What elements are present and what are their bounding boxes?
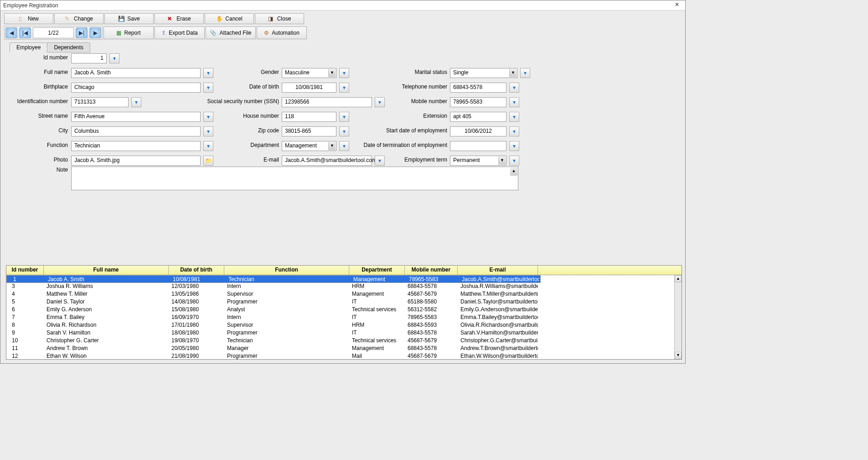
cell-dob: 14/08/1980 — [169, 298, 224, 306]
termend-input[interactable] — [450, 141, 506, 151]
note-textarea[interactable]: ▲ — [71, 167, 518, 190]
report-button[interactable]: ▦Report — [103, 26, 154, 39]
filter-marital-button[interactable]: ▾ — [520, 68, 530, 78]
table-row[interactable]: 5Daniel S. Taylor14/08/1980ProgrammerIT6… — [6, 298, 682, 306]
save-button[interactable]: 💾Save — [104, 13, 154, 24]
table-row[interactable]: 12Ethan W. Wilson21/08/1990ProgrammerMai… — [6, 353, 682, 360]
filter-zip-button[interactable]: ▾ — [339, 126, 349, 136]
funnel-icon: ▾ — [513, 99, 516, 105]
label-tel: Telephone number — [383, 84, 447, 90]
nav-prev-button[interactable]: |◀ — [19, 27, 31, 38]
filter-start-button[interactable]: ▾ — [509, 126, 519, 136]
grid-scrollbar[interactable]: ▲ ▼ — [674, 275, 682, 359]
street-input[interactable]: Fifth Avenue — [71, 112, 201, 122]
cell-dob: 13/05/1986 — [169, 291, 224, 298]
titlebar: Employee Registration ✕ — [0, 0, 685, 10]
erase-button[interactable]: ✖Erase — [155, 13, 204, 24]
filter-city-button[interactable]: ▾ — [203, 126, 213, 136]
col-name[interactable]: Full name — [44, 266, 169, 275]
id-input[interactable]: 1 — [71, 53, 107, 63]
automation-button[interactable]: ⚙Automation — [257, 26, 307, 39]
nav-next-button[interactable]: ▶| — [76, 27, 88, 38]
filter-function-button[interactable]: ▾ — [203, 141, 213, 151]
dob-input[interactable]: 10/08/1981 — [282, 83, 336, 93]
table-row[interactable]: 11Andrew T. Brown20/05/1980ManagerManage… — [6, 345, 682, 353]
mob-input[interactable]: 78965-5583 — [450, 97, 506, 107]
department-select[interactable]: Management▼ — [282, 141, 336, 151]
filter-dept-button[interactable]: ▾ — [339, 141, 349, 151]
cell-mob: 45687-5679 — [405, 291, 458, 298]
city-input[interactable]: Columbus — [71, 126, 201, 136]
scroll-up-icon[interactable]: ▲ — [675, 275, 682, 282]
filter-term-button[interactable]: ▾ — [509, 156, 519, 166]
cell-dept: IT — [349, 298, 405, 306]
col-func[interactable]: Function — [224, 266, 349, 275]
col-mob[interactable]: Mobile number — [405, 266, 458, 275]
table-row[interactable]: 6Emily G. Anderson15/08/1980AnalystTechn… — [6, 306, 682, 314]
table-row[interactable]: 1Jacob A. Smith10/08/1981TechnicianManag… — [6, 275, 541, 283]
email-input[interactable]: Jacob.A.Smith@smartbuildertool.com — [282, 156, 372, 166]
nav-first-button[interactable]: ◀ — [5, 27, 17, 38]
marital-select[interactable]: Single▼ — [450, 68, 517, 78]
filter-idnum-button[interactable]: ▾ — [131, 97, 141, 107]
idnum-input[interactable]: 7131313 — [71, 97, 129, 107]
tel-input[interactable]: 68843-5578 — [450, 83, 506, 93]
filter-tel-button[interactable]: ▾ — [509, 83, 519, 93]
export-button[interactable]: ⇪Export Data — [155, 26, 205, 39]
house-input[interactable]: 118 — [282, 112, 336, 122]
table-row[interactable]: 8Olivia R. Richardson17/01/1980Superviso… — [6, 322, 682, 329]
close-button[interactable]: ◨Close — [255, 13, 304, 24]
browse-photo-button[interactable]: 📁 — [203, 156, 213, 166]
document-icon: ▯ — [19, 16, 25, 22]
filter-email-button[interactable]: ▾ — [375, 156, 385, 166]
new-button[interactable]: ▯New — [4, 13, 53, 24]
fullname-input[interactable]: Jacob A. Smith — [71, 68, 201, 78]
col-dept[interactable]: Department — [349, 266, 405, 275]
filter-street-button[interactable]: ▾ — [203, 112, 213, 122]
filter-ext-button[interactable]: ▾ — [509, 112, 519, 122]
col-dob[interactable]: Date of birth — [169, 266, 224, 275]
filter-mob-button[interactable]: ▾ — [509, 97, 519, 107]
table-row[interactable]: 10Christopher G. Carter19/08/1970Technic… — [6, 337, 682, 345]
filter-ssn-button[interactable]: ▾ — [375, 97, 385, 107]
table-row[interactable]: 3Joshua R. Williams12/03/1980InternHRM68… — [6, 283, 682, 291]
gender-select[interactable]: Masculine▼ — [282, 68, 336, 78]
col-id[interactable]: Id number — [6, 266, 44, 275]
cell-dob: 10/08/1981 — [170, 276, 226, 282]
scroll-down-icon[interactable]: ▼ — [675, 352, 682, 359]
table-row[interactable]: 9Sarah V. Hamilton18/08/1980ProgrammerIT… — [6, 329, 682, 337]
birthplace-input[interactable]: Chicago — [71, 83, 201, 93]
label-city: City — [19, 127, 68, 134]
cancel-button[interactable]: ✋Cancel — [205, 13, 254, 24]
change-button[interactable]: ✎Change — [54, 13, 103, 24]
start-input[interactable]: 10/06/2012 — [450, 126, 506, 136]
x-icon: ✖ — [167, 16, 174, 22]
function-input[interactable]: Technician — [71, 141, 201, 151]
term-select[interactable]: Permanent▼ — [450, 156, 506, 166]
erase-label: Erase — [176, 16, 191, 22]
label-birthplace: Birthplace — [19, 84, 68, 90]
chevron-down-icon: ▼ — [509, 69, 517, 77]
photo-input[interactable]: Jacob A. Smith.jpg — [71, 156, 201, 166]
ext-input[interactable]: apt 405 — [450, 112, 506, 122]
cell-dept: Management — [349, 291, 405, 298]
nav-last-button[interactable]: ▶ — [89, 27, 101, 38]
filter-id-button[interactable]: ▾ — [109, 53, 119, 63]
filter-fullname-button[interactable]: ▾ — [203, 68, 213, 78]
cell-id: 11 — [6, 345, 44, 353]
table-row[interactable]: 7Emma T. Bailey16/09/1970InternIT78965-5… — [6, 314, 682, 322]
cell-name: Emily G. Anderson — [44, 306, 169, 314]
close-icon[interactable]: ✕ — [672, 1, 682, 8]
label-term: Employment term — [388, 157, 447, 163]
table-row[interactable]: 4Matthew T. Miller13/05/1986SupervisorMa… — [6, 291, 682, 298]
col-mail[interactable]: E-mail — [458, 266, 538, 275]
filter-birthplace-button[interactable]: ▾ — [203, 83, 213, 93]
cell-mob: 68843-5578 — [405, 283, 458, 291]
ssn-input[interactable]: 12398566 — [282, 97, 372, 107]
filter-house-button[interactable]: ▾ — [339, 112, 349, 122]
zip-input[interactable]: 38015-865 — [282, 126, 336, 136]
attached-file-button[interactable]: 📎Attached File — [206, 26, 256, 39]
filter-termend-button[interactable]: ▾ — [509, 141, 519, 151]
filter-gender-button[interactable]: ▾ — [339, 68, 349, 78]
filter-dob-button[interactable]: ▾ — [339, 83, 349, 93]
